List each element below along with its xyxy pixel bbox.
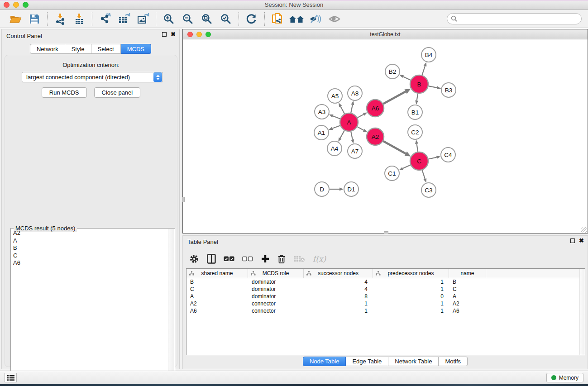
refresh-button[interactable] (244, 11, 260, 27)
close-table-panel-icon[interactable]: ✖ (579, 238, 584, 243)
first-neighbors-button[interactable] (288, 11, 305, 27)
tab-motifs[interactable]: Motifs (439, 357, 468, 366)
first-neighbors-icon (289, 14, 304, 24)
open-session-button[interactable] (7, 11, 24, 27)
column-header-MCDS-role[interactable]: MCDS role (248, 269, 304, 278)
export-image-button[interactable] (135, 11, 151, 27)
export-network-button[interactable] (97, 11, 113, 27)
graph-edge[interactable] (351, 105, 353, 113)
criterion-select[interactable]: largest connected component (directed) (22, 72, 163, 82)
table-row[interactable]: Adominator80A (186, 293, 585, 300)
column-header-predecessor-nodes[interactable]: predecessor nodes (373, 269, 449, 278)
import-network-button[interactable] (52, 11, 68, 27)
result-item[interactable]: B (11, 244, 168, 252)
graph-edge[interactable] (332, 125, 340, 128)
graph-edge[interactable] (383, 141, 406, 154)
network-vscroll-thumb[interactable] (182, 197, 185, 202)
clone-network-button[interactable] (269, 11, 286, 27)
zoom-out-button[interactable] (180, 11, 196, 27)
graph-edge[interactable] (429, 157, 437, 159)
column-header-name[interactable]: name (449, 269, 486, 278)
network-canvas[interactable]: B4B2BB3A5A8A6A3B1AA1C2A2A4A7C4CC1C3DD1 (183, 40, 588, 233)
result-item[interactable]: A6 (11, 259, 168, 267)
graph-edge[interactable] (351, 132, 353, 140)
add-column-button[interactable] (261, 254, 270, 263)
tab-network-table[interactable]: Network Table (388, 357, 439, 366)
graph-edge[interactable] (357, 127, 363, 130)
node-label: B2 (389, 68, 397, 75)
export-table-button[interactable] (116, 11, 132, 27)
graph-edge[interactable] (403, 76, 411, 80)
table-row[interactable]: Bdominator41B (186, 278, 585, 286)
minimize-window-button[interactable] (13, 2, 19, 8)
graph-edge[interactable] (383, 91, 406, 104)
float-panel-icon[interactable] (162, 32, 167, 37)
close-panel-button[interactable]: Close panel (94, 87, 141, 98)
network-zoom-button[interactable] (206, 32, 211, 37)
show-all-button[interactable] (326, 11, 343, 27)
save-session-button[interactable] (26, 11, 43, 27)
zoom-in-button[interactable] (161, 11, 177, 27)
deselect-all-button[interactable] (242, 256, 253, 262)
table-row[interactable]: Cdominator41C (186, 286, 585, 293)
titlebar: Session: New Session (0, 0, 588, 10)
result-item[interactable]: A2 (11, 229, 168, 237)
tab-network[interactable]: Network (30, 44, 65, 54)
table-tabbar: Node TableEdge TableNetwork TableMotifs (183, 357, 588, 366)
import-table-button[interactable] (71, 11, 87, 27)
graph-edge[interactable] (417, 94, 418, 100)
tab-node-table[interactable]: Node Table (303, 357, 346, 366)
zoom-selected-icon (220, 13, 232, 25)
select-all-button[interactable] (224, 256, 234, 262)
graph-edge[interactable] (422, 66, 425, 75)
node-label: A1 (318, 129, 325, 136)
zoom-window-button[interactable] (23, 2, 29, 8)
result-item[interactable]: A (11, 237, 168, 245)
table-row[interactable]: A6connector11A6 (186, 307, 585, 315)
column-header-successor-nodes[interactable]: successor nodes (304, 269, 373, 278)
graph-edge[interactable] (417, 144, 418, 152)
search-input[interactable] (447, 13, 582, 24)
graph-edge[interactable] (422, 170, 425, 179)
graph-edge[interactable] (358, 114, 364, 118)
graph-edge[interactable] (340, 106, 344, 114)
column-layout-button[interactable] (207, 254, 216, 264)
window-resize-grip[interactable] (581, 227, 587, 233)
hide-selected-button[interactable] (307, 11, 324, 27)
close-panel-icon[interactable]: ✖ (171, 32, 176, 37)
run-mcds-button[interactable]: Run MCDS (42, 87, 87, 98)
table-row[interactable]: A2connector11A2 (186, 300, 585, 307)
tab-mcds[interactable]: MCDS (121, 44, 151, 54)
result-item[interactable]: C (11, 252, 168, 260)
column-header-shared-name[interactable]: shared name (186, 269, 248, 278)
node-table: shared nameMCDS rolesuccessor nodesprede… (186, 268, 585, 355)
result-scrollbar[interactable] (168, 229, 174, 382)
task-history-button[interactable] (5, 373, 17, 382)
delete-table-button[interactable] (293, 255, 305, 263)
delete-column-button[interactable] (277, 254, 286, 264)
graph-edge[interactable] (340, 130, 344, 138)
function-builder-button[interactable]: f(x) (313, 254, 326, 263)
zoom-selected-button[interactable] (218, 11, 234, 27)
float-table-panel-icon[interactable] (570, 238, 575, 243)
column-settings-button[interactable] (189, 254, 199, 264)
node-label: A5 (331, 93, 339, 100)
zoom-fit-button[interactable] (199, 11, 215, 27)
close-window-button[interactable] (4, 2, 10, 8)
graph-edge[interactable] (403, 165, 411, 169)
edge-arrowhead-icon (351, 101, 354, 105)
table-cell: 1 (373, 286, 449, 293)
tab-edge-table[interactable]: Edge Table (346, 357, 388, 366)
table-panel: Table Panel ✖ (182, 235, 588, 369)
table-scrollbar[interactable] (579, 269, 585, 355)
table-cell: dominator (248, 286, 304, 293)
network-minimize-button[interactable] (196, 32, 202, 37)
network-hscroll-thumb[interactable] (384, 231, 388, 234)
tab-select[interactable]: Select (91, 44, 121, 54)
graph-edge[interactable] (333, 116, 340, 119)
node-label: C1 (388, 170, 396, 177)
tab-style[interactable]: Style (65, 44, 91, 54)
memory-button[interactable]: Memory (546, 373, 583, 382)
network-close-button[interactable] (187, 32, 193, 37)
graph-edge[interactable] (429, 86, 437, 88)
